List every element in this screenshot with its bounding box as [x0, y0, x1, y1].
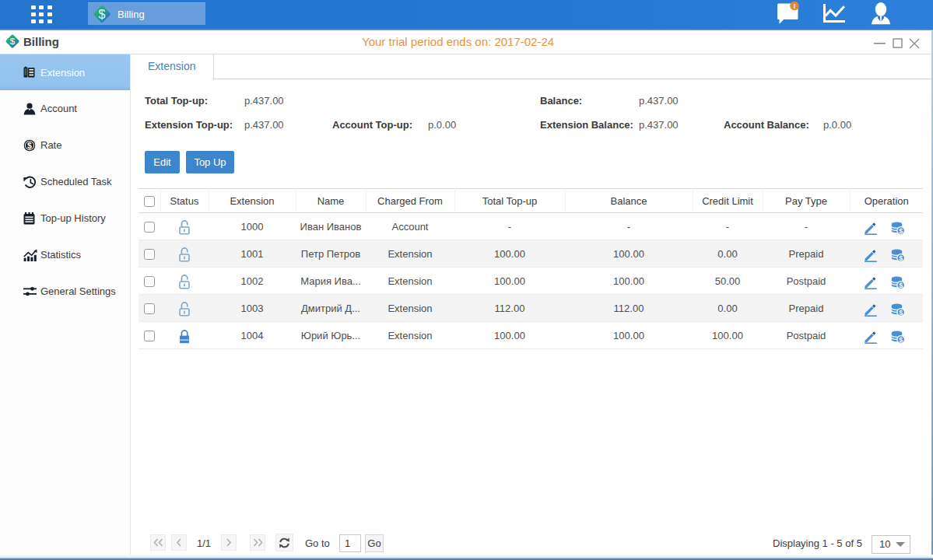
- svg-text:$: $: [27, 141, 32, 150]
- svg-text:$: $: [99, 8, 106, 21]
- svg-text:$: $: [900, 336, 903, 344]
- svg-text:$: $: [900, 282, 903, 289]
- svg-text:!: !: [794, 2, 796, 10]
- svg-text:$: $: [900, 254, 903, 262]
- svg-text:$: $: [900, 227, 903, 235]
- svg-text:$: $: [900, 309, 903, 317]
- svg-text:$: $: [10, 36, 16, 47]
